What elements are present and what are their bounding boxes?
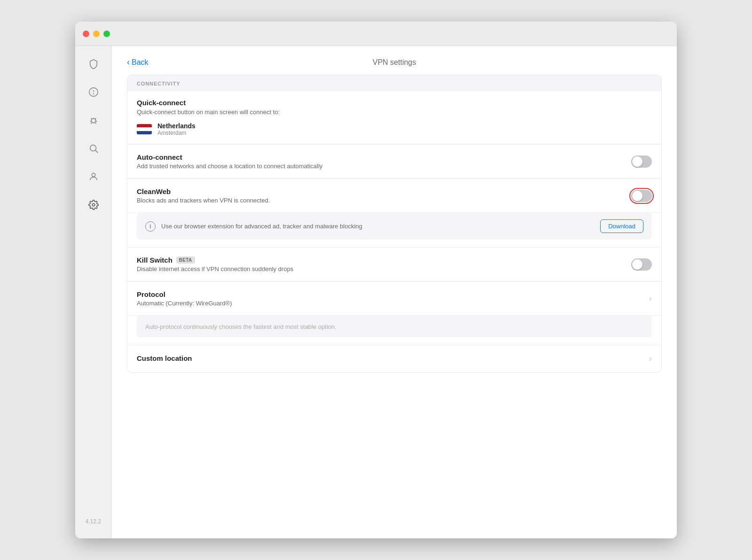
info-banner: i Use our browser extension for advanced…: [137, 213, 652, 240]
info-banner-left: i Use our browser extension for advanced…: [145, 221, 362, 232]
protocol-chevron-icon: ›: [649, 294, 652, 303]
page-title: VPN settings: [373, 58, 416, 67]
sidebar-item-vpn[interactable]: [85, 55, 102, 72]
close-button[interactable]: [83, 31, 89, 37]
traffic-lights: [83, 31, 110, 37]
custom-location-chevron-icon: ›: [649, 354, 652, 364]
auto-protocol-wrapper: Auto-protocol continuously chooses the f…: [127, 316, 661, 345]
flag-white-stripe: [137, 127, 152, 131]
auto-connect-title: Auto-connect: [137, 153, 631, 161]
cleanweb-desc: Blocks ads and trackers when VPN is conn…: [137, 197, 631, 204]
quick-connect-row: Quick-connect Quick-connect button on ma…: [127, 91, 661, 144]
sidebar-item-settings[interactable]: [85, 196, 102, 213]
protocol-desc: Automatic (Currently: WireGuard®): [137, 300, 649, 307]
location-text: Netherlands Amsterdam: [157, 122, 196, 136]
maximize-button[interactable]: [103, 31, 110, 37]
app-window: 4.12.2 ‹ Back VPN settings CONNECTIVITY: [75, 22, 677, 538]
kill-switch-toggle[interactable]: [631, 258, 652, 271]
auto-connect-toggle-track: [631, 156, 652, 168]
kill-switch-title: Kill Switch BETA: [137, 256, 631, 264]
sidebar: 4.12.2: [75, 46, 112, 538]
back-label: Back: [132, 58, 149, 67]
auto-connect-row: Auto-connect Add trusted networks and ch…: [127, 145, 661, 179]
auto-connect-content: Auto-connect Add trusted networks and ch…: [137, 153, 631, 170]
connectivity-label-text: CONNECTIVITY: [137, 81, 180, 86]
city-name: Amsterdam: [157, 130, 196, 136]
kill-switch-row: Kill Switch BETA Disable internet access…: [127, 248, 661, 281]
beta-badge: BETA: [176, 257, 195, 264]
cleanweb-title: CleanWeb: [137, 187, 631, 195]
cleanweb-toggle-track: [631, 190, 652, 202]
custom-location-row[interactable]: Custom location ›: [127, 345, 661, 372]
netherlands-flag: [137, 124, 152, 134]
connectivity-section: CONNECTIVITY Quick-connect Quick-connect…: [127, 75, 662, 373]
info-banner-wrapper: i Use our browser extension for advanced…: [127, 213, 661, 247]
content-area: CONNECTIVITY Quick-connect Quick-connect…: [112, 75, 677, 395]
auto-protocol-text: Auto-protocol continuously chooses the f…: [145, 323, 337, 330]
kill-switch-toggle-thumb: [632, 259, 642, 270]
svg-line-5: [95, 150, 98, 153]
quick-connect-title: Quick-connect: [137, 99, 652, 107]
kill-switch-desc: Disable internet access if VPN connectio…: [137, 265, 631, 272]
custom-location-title: Custom location: [137, 354, 649, 362]
titlebar: [75, 22, 677, 46]
auto-connect-desc: Add trusted networks and choose a locati…: [137, 163, 631, 170]
country-name: Netherlands: [157, 122, 196, 130]
cleanweb-toggle[interactable]: [631, 190, 652, 202]
download-button[interactable]: Download: [600, 219, 643, 233]
info-text: Use our browser extension for advanced a…: [161, 223, 362, 230]
main-content: ‹ Back VPN settings CONNECTIVITY Quick-c…: [112, 46, 677, 538]
svg-point-6: [92, 173, 95, 177]
flag-blue-stripe: [137, 131, 152, 134]
flag-red-stripe: [137, 124, 152, 127]
custom-location-content: Custom location: [137, 354, 649, 364]
page-header: ‹ Back VPN settings: [112, 46, 677, 75]
sidebar-item-threats[interactable]: [85, 112, 102, 129]
app-body: 4.12.2 ‹ Back VPN settings CONNECTIVITY: [75, 46, 677, 538]
auto-connect-toggle[interactable]: [631, 156, 652, 168]
back-chevron-icon: ‹: [127, 57, 130, 67]
info-icon: i: [145, 221, 156, 232]
kill-switch-label: Kill Switch: [137, 256, 172, 264]
svg-point-4: [90, 145, 96, 151]
svg-point-7: [92, 203, 95, 206]
auto-connect-toggle-thumb: [632, 156, 642, 167]
back-button[interactable]: ‹ Back: [127, 57, 149, 67]
protocol-content: Protocol Automatic (Currently: WireGuard…: [137, 290, 649, 307]
kill-switch-toggle-track: [631, 258, 652, 271]
sidebar-item-account[interactable]: [85, 168, 102, 185]
quick-connect-desc: Quick-connect button on main screen will…: [137, 109, 652, 116]
protocol-title: Protocol: [137, 290, 649, 298]
location-item[interactable]: Netherlands Amsterdam: [137, 122, 652, 136]
connectivity-label: CONNECTIVITY: [127, 75, 661, 91]
svg-point-2: [93, 93, 94, 94]
auto-protocol-note: Auto-protocol continuously chooses the f…: [137, 316, 652, 337]
sidebar-item-alerts[interactable]: [85, 84, 102, 101]
version-label: 4.12.2: [86, 511, 101, 532]
kill-switch-content: Kill Switch BETA Disable internet access…: [137, 256, 631, 272]
cleanweb-row: CleanWeb Blocks ads and trackers when VP…: [127, 179, 661, 213]
svg-point-3: [91, 118, 95, 123]
cleanweb-content: CleanWeb Blocks ads and trackers when VP…: [137, 187, 631, 204]
minimize-button[interactable]: [93, 31, 100, 37]
protocol-row[interactable]: Protocol Automatic (Currently: WireGuard…: [127, 282, 661, 316]
sidebar-item-search[interactable]: [85, 140, 102, 157]
cleanweb-toggle-thumb: [632, 191, 642, 201]
